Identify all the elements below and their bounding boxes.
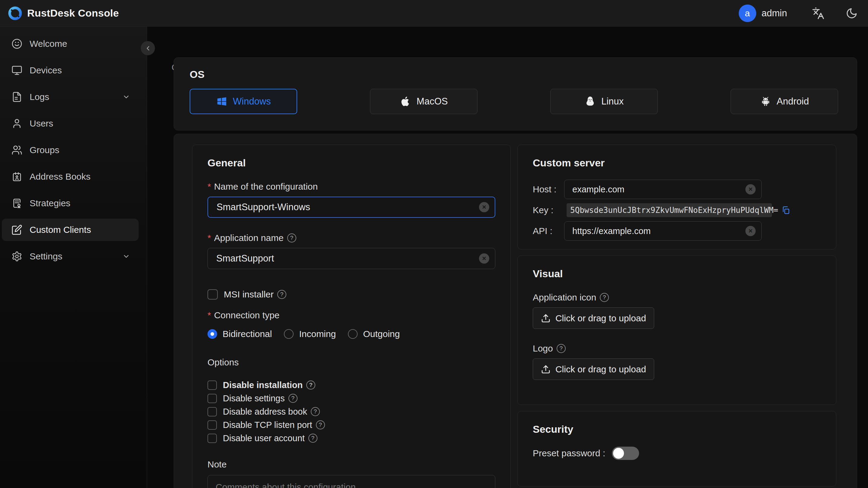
sidebar-item-welcome[interactable]: Welcome	[2, 33, 138, 55]
host-row: Host :	[533, 180, 821, 199]
options-checkbox-list: Disable installation Disable settings	[208, 378, 495, 445]
os-options-row: Windows MacOS Linux	[190, 89, 841, 114]
application-icon-label: Application icon	[533, 292, 821, 303]
sidebar-item-groups[interactable]: Groups	[2, 139, 138, 161]
document-icon	[11, 92, 22, 102]
copy-button[interactable]	[781, 206, 790, 215]
os-option-windows[interactable]: Windows	[190, 89, 297, 114]
option-label: Disable address book	[223, 407, 320, 417]
msi-installer-checkbox[interactable]	[208, 289, 218, 300]
note-textarea[interactable]	[208, 475, 495, 488]
option-label: Disable installation	[223, 380, 315, 390]
radio-label: Incoming	[299, 329, 336, 339]
os-option-android[interactable]: Android	[731, 89, 838, 114]
preset-password-toggle[interactable]	[612, 447, 639, 460]
disable-address-book-checkbox[interactable]	[208, 407, 217, 417]
sidebar-item-custom-clients[interactable]: Custom Clients	[2, 219, 138, 241]
help-icon[interactable]	[308, 434, 317, 443]
chevron-down-icon[interactable]	[122, 93, 130, 101]
sidebar-item-label: Strategies	[30, 198, 70, 208]
help-icon[interactable]	[316, 420, 325, 429]
sidebar-item-settings[interactable]: Settings	[2, 245, 138, 268]
help-icon[interactable]	[557, 344, 566, 353]
sidebar-item-label: Groups	[30, 145, 59, 155]
clear-icon[interactable]	[479, 253, 489, 264]
user-avatar[interactable]: a	[739, 4, 756, 22]
host-input[interactable]	[564, 180, 762, 199]
top-header: RustDesk Console a admin	[0, 0, 868, 27]
logo-upload-button[interactable]: Click or drag to upload	[533, 359, 654, 380]
sidebar-item-users[interactable]: Users	[2, 112, 138, 135]
help-icon[interactable]	[277, 290, 286, 299]
header-right: a admin	[739, 4, 860, 22]
clear-icon[interactable]	[745, 226, 756, 236]
logo-label: Logo	[533, 343, 821, 354]
os-option-macos[interactable]: MacOS	[370, 89, 477, 114]
os-section: OS Windows MacOS	[174, 57, 857, 130]
users-icon	[11, 145, 22, 155]
connection-type-options: Bidirectional Incoming Outgoing	[208, 329, 495, 339]
option-disable-tcp-listen-port: Disable TCP listen port	[208, 418, 495, 431]
disable-user-account-checkbox[interactable]	[208, 434, 217, 443]
option-disable-settings: Disable settings	[208, 392, 495, 405]
policy-document-icon	[11, 198, 22, 209]
upload-icon	[541, 313, 551, 323]
sidebar-collapse-button[interactable]	[141, 41, 155, 55]
sidebar-item-label: Devices	[30, 65, 62, 75]
help-icon[interactable]	[288, 394, 298, 403]
configuration-container: General Name of the configuration Applic…	[174, 134, 857, 488]
option-label-text: Disable settings	[223, 394, 285, 403]
help-icon[interactable]	[287, 234, 296, 243]
disable-installation-checkbox[interactable]	[208, 380, 217, 390]
sidebar-item-strategies[interactable]: Strategies	[2, 192, 138, 214]
security-title: Security	[533, 423, 821, 435]
option-label-text: Disable installation	[223, 380, 303, 390]
user-name: admin	[762, 8, 787, 19]
radio-icon	[348, 329, 358, 339]
right-column: Custom server Host : Key :	[517, 145, 836, 487]
clear-icon[interactable]	[479, 202, 489, 212]
application-name-label-text: Application name	[214, 233, 284, 243]
sidebar: Welcome Devices Logs Users	[0, 27, 147, 488]
sidebar-item-logs[interactable]: Logs	[2, 86, 138, 108]
application-name-input[interactable]	[208, 248, 495, 269]
api-input[interactable]	[564, 221, 762, 241]
sidebar-item-label: Logs	[30, 92, 49, 102]
sidebar-item-address-books[interactable]: Address Books	[2, 165, 138, 188]
upload-icon	[541, 365, 551, 374]
security-section: Security Preset password :	[517, 411, 836, 487]
host-input-wrap	[564, 180, 762, 199]
option-label: Disable TCP listen port	[223, 420, 325, 430]
radio-outgoing[interactable]: Outgoing	[348, 329, 400, 339]
help-icon[interactable]	[306, 380, 315, 390]
disable-tcp-listen-port-checkbox[interactable]	[208, 420, 217, 430]
api-input-wrap	[564, 221, 762, 241]
radio-incoming[interactable]: Incoming	[284, 329, 336, 339]
help-icon[interactable]	[600, 293, 609, 302]
os-option-label: Linux	[601, 96, 624, 107]
dark-mode-button[interactable]	[846, 7, 858, 19]
sidebar-item-devices[interactable]: Devices	[2, 59, 138, 82]
configuration-name-input[interactable]	[208, 196, 495, 218]
disable-settings-checkbox[interactable]	[208, 394, 217, 403]
os-option-label: MacOS	[416, 96, 447, 107]
radio-bidirectional[interactable]: Bidirectional	[208, 329, 272, 339]
application-icon-upload-button[interactable]: Click or drag to upload	[533, 307, 654, 329]
android-robot-icon	[760, 96, 771, 107]
note-label: Note	[208, 459, 495, 469]
clear-icon[interactable]	[745, 184, 756, 194]
windows-icon	[216, 96, 227, 107]
custom-server-title: Custom server	[533, 157, 821, 169]
option-label: Disable settings	[223, 394, 298, 403]
chevron-down-icon[interactable]	[122, 252, 130, 260]
option-disable-installation: Disable installation	[208, 378, 495, 392]
help-icon[interactable]	[311, 407, 320, 416]
key-row: Key : 5Qbwsde3unUcJBtrx9ZkvUmwFNoExHzpry…	[533, 203, 821, 217]
edit-icon	[11, 224, 22, 235]
upload-button-label: Click or drag to upload	[555, 313, 646, 324]
language-button[interactable]	[812, 7, 825, 20]
radio-selected-icon	[208, 329, 217, 339]
os-option-linux[interactable]: Linux	[550, 89, 658, 114]
app-name-input-wrap	[208, 248, 495, 269]
radio-label: Bidirectional	[223, 329, 272, 339]
